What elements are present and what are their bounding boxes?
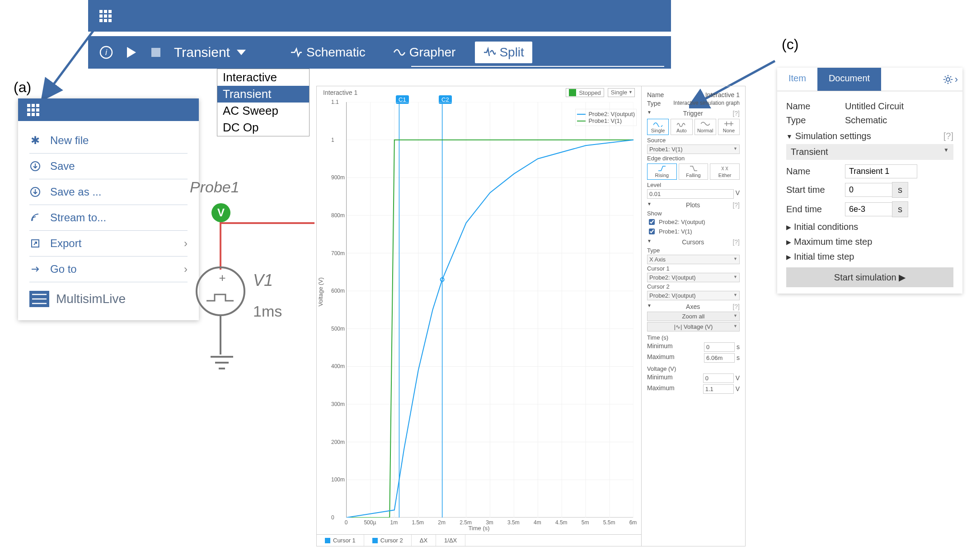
x-axis-label: Time (s) xyxy=(468,525,489,532)
document-panel: Item Document › NameUntitled Circuit Typ… xyxy=(777,68,962,294)
file-menu-header xyxy=(18,98,199,121)
svg-line-50 xyxy=(950,82,951,83)
menu-save[interactable]: Save xyxy=(29,154,188,179)
dd-ac-sweep[interactable]: AC Sweep xyxy=(217,103,309,119)
view-schematic-button[interactable]: Schematic xyxy=(282,42,374,63)
edge-either[interactable]: Either xyxy=(710,163,740,180)
dd-dc-op[interactable]: DC Op xyxy=(217,119,309,136)
info-icon[interactable]: i xyxy=(99,46,113,59)
analysis-type-select[interactable]: Transient xyxy=(786,144,953,160)
tab-item[interactable]: Item xyxy=(777,68,817,91)
app-grid-icon[interactable] xyxy=(27,104,39,116)
stop-icon[interactable] xyxy=(149,46,163,59)
time-max-input[interactable]: 6.06m xyxy=(704,353,735,363)
plot-check-2[interactable]: Probe1: V(1) xyxy=(647,227,740,236)
section-initial-conditions[interactable]: ▶Initial conditions xyxy=(786,222,953,232)
cursor-dx[interactable]: ΔX xyxy=(412,535,436,546)
section-initial-timestep[interactable]: ▶Initial time step xyxy=(786,252,953,262)
voltage-axis-button[interactable]: |∿| Voltage (V) xyxy=(647,322,740,331)
source-name: V1 xyxy=(253,271,273,290)
gear-icon[interactable]: › xyxy=(938,68,962,91)
view-grapher-button[interactable]: Grapher xyxy=(385,42,464,63)
ground-icon xyxy=(206,355,238,377)
sim-status: Stopped xyxy=(566,88,604,97)
start-time-input[interactable] xyxy=(845,183,892,197)
source-select[interactable]: Probe1: V(1) xyxy=(647,145,740,154)
trig-single[interactable]: Single xyxy=(647,119,669,135)
dd-transient[interactable]: Transient xyxy=(217,86,309,103)
trigger-mode-row: Single Auto Normal None xyxy=(647,119,740,135)
svg-rect-4 xyxy=(151,48,160,57)
cursor1-select[interactable]: Probe2: V(output) xyxy=(647,273,740,282)
trig-none[interactable]: None xyxy=(718,119,740,135)
sim-name-input[interactable] xyxy=(845,164,917,178)
trig-auto[interactable]: Auto xyxy=(671,119,692,135)
menu-goto[interactable]: Go to › xyxy=(29,257,188,282)
menu-label: Go to xyxy=(50,263,77,275)
caret-down-icon: ▼ xyxy=(786,133,793,140)
trigger-mode-select[interactable]: Single xyxy=(608,88,635,97)
circuit-type: Schematic xyxy=(845,115,887,126)
probe-badge[interactable]: V xyxy=(211,203,230,222)
section-sim-settings[interactable]: ▼ Simulation settings [?] xyxy=(786,131,953,141)
svg-line-51 xyxy=(945,82,946,83)
svg-text:i: i xyxy=(105,48,108,57)
view-split-button[interactable]: Split xyxy=(475,42,532,63)
tab-document[interactable]: Document xyxy=(817,68,881,91)
voltage-source-icon[interactable]: + xyxy=(196,266,245,316)
chevron-right-icon: › xyxy=(184,263,188,275)
multisim-logo[interactable]: MultisimLive xyxy=(29,289,188,309)
chevron-right-icon: › xyxy=(955,74,958,85)
zoom-all-button[interactable]: Zoom all xyxy=(647,312,740,321)
status-indicator-icon xyxy=(569,89,576,96)
section-axes[interactable]: Axes[?] xyxy=(647,303,740,310)
menu-stream-to[interactable]: Stream to... xyxy=(29,205,188,231)
volt-min-input[interactable]: 0 xyxy=(703,373,734,383)
menu-label: Save as ... xyxy=(50,186,101,198)
edge-rising[interactable]: Rising xyxy=(647,163,677,180)
wire xyxy=(220,222,221,270)
menu-save-as[interactable]: Save as ... xyxy=(29,179,188,205)
dd-interactive[interactable]: Interactive xyxy=(217,69,309,86)
cursor-1-info[interactable]: Cursor 1 xyxy=(317,535,364,546)
section-max-timestep[interactable]: ▶Maximum time step xyxy=(786,237,953,247)
section-trigger[interactable]: Trigger[?] xyxy=(647,110,740,117)
help-icon[interactable]: [?] xyxy=(943,131,953,141)
svg-line-52 xyxy=(950,76,951,77)
section-plots[interactable]: Plots[?] xyxy=(647,201,740,209)
time-min-input[interactable]: 0 xyxy=(704,342,735,352)
chevron-down-icon[interactable] xyxy=(237,50,246,55)
level-input[interactable]: 0.01 xyxy=(647,189,734,199)
plot-check-1[interactable]: Probe2: V(output) xyxy=(647,218,740,226)
svg-text:+: + xyxy=(219,271,225,285)
app-grid-icon[interactable] xyxy=(99,10,112,22)
analysis-dropdown-label[interactable]: Transient xyxy=(174,45,230,60)
menu-new-file[interactable]: ✱ New file xyxy=(29,128,188,154)
source-label: Source xyxy=(647,137,740,144)
menu-label: Save xyxy=(50,160,75,173)
section-cursors[interactable]: Cursors[?] xyxy=(647,238,740,246)
start-simulation-button[interactable]: Start simulation ▶ xyxy=(786,267,953,287)
cursor-2-info[interactable]: Cursor 2 xyxy=(364,535,412,546)
sparkle-icon: ✱ xyxy=(29,135,41,146)
volt-max-input[interactable]: 1.1 xyxy=(703,384,734,394)
view-split-label: Split xyxy=(499,45,524,60)
edge-falling[interactable]: Falling xyxy=(679,163,709,180)
logo-icon xyxy=(29,289,49,309)
download-icon xyxy=(29,160,41,172)
menu-export[interactable]: Export › xyxy=(29,231,188,257)
cursor2-select[interactable]: Probe2: V(output) xyxy=(647,291,740,300)
view-grapher-label: Grapher xyxy=(409,45,456,60)
end-time-input[interactable] xyxy=(845,202,892,216)
cursor-invdx[interactable]: 1/ΔX xyxy=(436,535,465,546)
schematic-snippet: Probe1 V + V1 1ms xyxy=(190,178,312,431)
play-icon[interactable] xyxy=(124,46,138,59)
trig-normal[interactable]: Normal xyxy=(694,119,716,135)
source-timing: 1ms xyxy=(253,303,282,320)
svg-point-44 xyxy=(946,78,950,81)
svg-line-49 xyxy=(945,76,946,77)
plot-area[interactable] xyxy=(346,102,633,518)
cursor-type-select[interactable]: X Axis xyxy=(647,255,740,264)
main-toolbar: i Transient Schematic Grapher Split xyxy=(88,36,671,69)
annotation-c: (c) xyxy=(782,36,798,53)
